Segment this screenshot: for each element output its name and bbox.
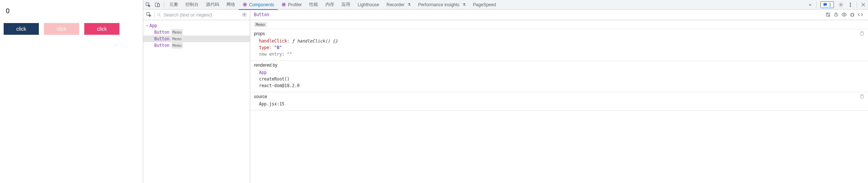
- tree-settings-icon[interactable]: [241, 11, 248, 18]
- bug-icon[interactable]: [848, 11, 856, 19]
- component-detail-column: Button Memo props: [250, 10, 868, 183]
- svg-point-18: [244, 14, 245, 15]
- tree-row-button[interactable]: Button Memo: [143, 29, 250, 36]
- tree-row-button[interactable]: Button Memo: [143, 42, 250, 49]
- more-tabs-button[interactable]: »: [805, 0, 815, 10]
- close-devtools-icon[interactable]: [858, 0, 868, 10]
- tab-application[interactable]: 应用: [338, 0, 354, 10]
- prop-row[interactable]: new entry: "": [254, 51, 864, 57]
- tab-profiler[interactable]: Profiler: [278, 0, 306, 10]
- react-icon: [243, 2, 247, 7]
- copy-icon[interactable]: [860, 31, 864, 36]
- memo-badge: Memo: [171, 36, 183, 42]
- component-tree-column: ▾ App Button Memo Button Memo Button Mem…: [143, 10, 250, 183]
- tab-performance[interactable]: 性能: [306, 0, 322, 10]
- message-icon: [823, 3, 827, 7]
- source-section: source App.jsx:15: [250, 92, 868, 111]
- eye-icon[interactable]: [840, 11, 848, 19]
- tab-elements[interactable]: 元素: [166, 0, 182, 10]
- code-icon[interactable]: [856, 11, 864, 19]
- selected-component-name: Button: [254, 12, 269, 17]
- detail-toolbar: Button: [250, 10, 868, 20]
- tab-memory[interactable]: 内存: [322, 0, 338, 10]
- svg-rect-2: [158, 4, 159, 7]
- flask-icon: ⚗: [407, 3, 411, 7]
- prop-row[interactable]: handleClick: ƒ handleClick() {}: [254, 38, 864, 44]
- svg-point-17: [157, 13, 160, 16]
- props-section: props handleClick: ƒ handleClick() {} ty…: [250, 29, 868, 61]
- tree-toolbar: [143, 10, 250, 20]
- svg-point-4: [244, 4, 245, 5]
- source-heading: source: [254, 94, 267, 99]
- select-component-icon[interactable]: [145, 11, 152, 18]
- svg-point-21: [843, 14, 845, 15]
- rendered-by-section: rendered by App createRoot() react-dom@1…: [250, 61, 868, 92]
- tree-row-app[interactable]: ▾ App: [143, 22, 250, 29]
- tab-recorder[interactable]: Recorder⚗: [383, 0, 414, 10]
- tab-performance-insights[interactable]: Performance insights⚗: [414, 0, 469, 10]
- tab-sources[interactable]: 源代码: [202, 0, 223, 10]
- click-button-2[interactable]: click: [44, 23, 79, 35]
- svg-point-12: [840, 4, 842, 5]
- suspend-icon[interactable]: [824, 11, 832, 19]
- click-button-1[interactable]: click: [4, 23, 39, 35]
- flask-icon: ⚗: [462, 3, 466, 7]
- source-row[interactable]: App.jsx:15: [254, 101, 864, 107]
- click-button-3[interactable]: click: [84, 23, 119, 35]
- devtools-tabstrip: 元素 控制台 源代码 网络 Components Profiler 性能 内存 …: [143, 0, 868, 10]
- search-icon: [157, 12, 161, 17]
- inspect-element-icon[interactable]: [143, 0, 153, 10]
- component-tree: ▾ App Button Memo Button Memo Button Mem…: [143, 20, 250, 51]
- svg-point-14: [850, 4, 851, 5]
- rendered-by-heading: rendered by: [254, 63, 277, 68]
- messages-badge[interactable]: 1: [820, 1, 834, 8]
- counter-value: 0: [6, 7, 139, 15]
- memo-badge: Memo: [254, 22, 267, 27]
- memo-badge: Memo: [171, 42, 183, 49]
- props-heading: props: [254, 31, 265, 36]
- copy-icon[interactable]: [860, 94, 864, 99]
- kebab-menu-icon[interactable]: [846, 0, 855, 10]
- rendered-row[interactable]: react-dom@18.2.0: [254, 82, 864, 89]
- memo-badge: Memo: [171, 29, 183, 36]
- react-icon: [281, 2, 286, 7]
- svg-point-8: [283, 4, 284, 5]
- device-toolbar-icon[interactable]: [153, 0, 162, 10]
- svg-point-13: [850, 3, 851, 3]
- devtools-panel: 元素 控制台 源代码 网络 Components Profiler 性能 内存 …: [143, 0, 868, 183]
- svg-rect-23: [861, 32, 863, 35]
- svg-point-22: [851, 14, 853, 16]
- svg-rect-24: [861, 95, 863, 98]
- rendered-row[interactable]: App: [254, 69, 864, 76]
- tab-console[interactable]: 控制台: [182, 0, 202, 10]
- hoc-line: Memo: [250, 20, 868, 29]
- settings-icon[interactable]: [836, 0, 846, 10]
- prop-row[interactable]: type: "B": [254, 44, 864, 51]
- button-row: click click click: [4, 23, 139, 35]
- tab-pagespeed[interactable]: PageSpeed: [469, 0, 500, 10]
- search-input[interactable]: [163, 12, 239, 18]
- tab-network[interactable]: 网络: [223, 0, 239, 10]
- stopwatch-icon[interactable]: [832, 11, 840, 19]
- rendered-row[interactable]: createRoot(): [254, 76, 864, 82]
- tree-row-button[interactable]: Button Memo: [143, 36, 250, 42]
- page-preview: 0 click click click: [0, 0, 143, 183]
- search-wrap: [157, 12, 239, 18]
- tab-components[interactable]: Components: [239, 0, 278, 10]
- chevron-down-icon: ▾: [146, 22, 149, 29]
- tab-lighthouse[interactable]: Lighthouse: [354, 0, 383, 10]
- svg-point-15: [850, 6, 851, 7]
